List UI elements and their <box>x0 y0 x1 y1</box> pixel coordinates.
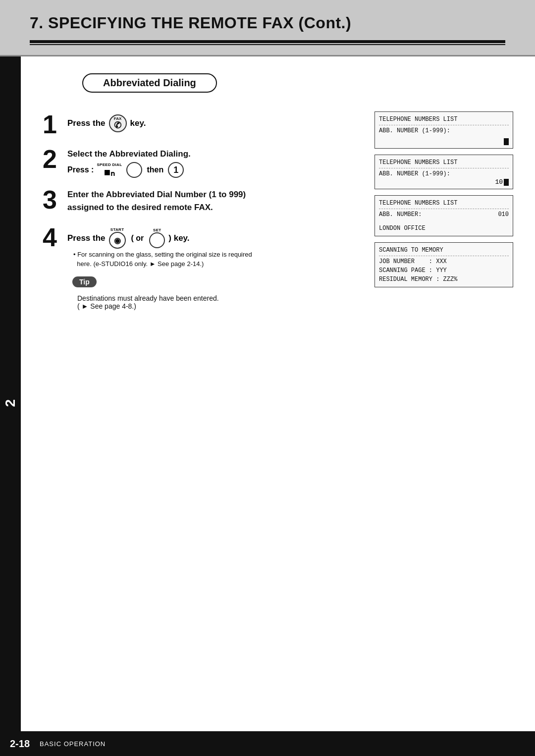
screen-4-row2: SCANNING PAGE : YYY <box>379 266 509 275</box>
screen-1-title: TELEPHONE NUMBERS LIST <box>379 115 509 124</box>
set-key-group: SET <box>148 228 166 248</box>
screen-1: TELEPHONE NUMBERS LIST ABB. NUMBER (1-99… <box>374 111 513 149</box>
step-4-number-col: 4 <box>43 224 67 250</box>
screen-2: TELEPHONE NUMBERS LIST ABB. NUMBER (1-99… <box>374 155 513 189</box>
step-2-press-row: Press : SPEED DIAL ■ₙ then 1 <box>67 162 360 178</box>
screen-2-cursor <box>504 179 509 186</box>
step-2-number: 2 <box>43 145 57 173</box>
set-label: SET <box>153 228 161 232</box>
step-3-content: Enter the Abbreviated Dial Number (1 to … <box>67 187 360 216</box>
step-4-key-text: ) key. <box>168 233 189 243</box>
or-text: ( or <box>131 234 144 243</box>
footer-label: BASIC OPERATION <box>40 740 106 748</box>
screen-4-row1: JOB NUMBER : XXX <box>379 257 509 266</box>
start-label: START <box>110 227 124 232</box>
screen-3-val: 010 <box>498 210 509 219</box>
step-1-press-text: Press the <box>67 118 106 128</box>
step-4-press-text: Press the <box>67 233 106 243</box>
start-icon: ◉ <box>109 232 126 249</box>
step-3-title: Enter the Abbreviated Dial Number (1 to … <box>67 190 360 200</box>
screen-1-cursor-area <box>379 138 509 145</box>
page-header: 7. SPECIFYING THE REMOTE FAX (Cont.) <box>0 0 535 56</box>
step-2-number-col: 2 <box>43 146 67 172</box>
step-4-content: Press the START ◉ ( or SET <box>67 224 360 268</box>
tip-badge: Tip <box>72 276 97 287</box>
abbrev-dialing-section: Abbreviated Dialing <box>43 68 513 103</box>
set-icon <box>149 232 165 248</box>
steps-left: 1 Press the FAX ✆ <box>43 111 365 310</box>
step-1-row: 1 Press the FAX ✆ <box>43 111 360 137</box>
screen-4-title: SCANNING TO MEMORY <box>379 246 509 255</box>
speed-dial-icon: SPEED DIAL ■ₙ <box>97 162 122 178</box>
tip-line-1: Destinations must already have been ente… <box>77 294 360 302</box>
steps-right: TELEPHONE NUMBERS LIST ABB. NUMBER (1-99… <box>374 111 513 310</box>
abbrev-dialing-box: Abbreviated Dialing <box>82 73 217 93</box>
step-2-then-label: then <box>147 165 163 174</box>
tip-section: Tip Destinations must already have been … <box>72 276 360 310</box>
screen-2-line1: ABB. NUMBER (1-999): <box>379 169 509 178</box>
step-2-row: 2 Select the Abbreviated Dialing. Press … <box>43 146 360 178</box>
step-4-bullet-1: • For scanning on the glass, setting the… <box>67 251 360 258</box>
page-title: 7. SPECIFYING THE REMOTE FAX (Cont.) <box>30 14 505 32</box>
main-content: Abbreviated Dialing 1 Press the <box>21 56 535 750</box>
step-4-row: 4 Press the START ◉ ( or <box>43 224 360 268</box>
step-2-press-label: Press : <box>67 165 94 174</box>
start-key-group: START ◉ <box>107 227 127 249</box>
step-1-content: Press the FAX ✆ key. <box>67 111 360 132</box>
step-2-title: Select the Abbreviated Dialing. <box>67 149 360 159</box>
screen-3-line3: LONDON OFFICE <box>379 224 509 233</box>
page-container: 7. SPECIFYING THE REMOTE FAX (Cont.) 2 A… <box>0 0 535 756</box>
screen-3-line1-row: ABB. NUMBER: 010 <box>379 210 509 219</box>
steps-area: 1 Press the FAX ✆ <box>43 111 513 310</box>
step-4-bullet-2: here. (e-STUDIO16 only. ► See page 2-14.… <box>67 260 360 268</box>
step-4-number: 4 <box>43 223 57 252</box>
page-footer: 2-18 BASIC OPERATION <box>0 731 535 756</box>
chapter-number: 2 <box>2 399 18 407</box>
tip-label: Tip <box>79 278 90 286</box>
tip-content: Destinations must already have been ente… <box>77 294 360 310</box>
screen-3-line1: ABB. NUMBER: <box>379 210 422 219</box>
step-1-text: Press the FAX ✆ key. <box>67 114 146 132</box>
number-1-icon: 1 <box>168 162 184 178</box>
step-4-press-row: Press the START ◉ ( or SET <box>67 227 190 249</box>
footer-page-number: 2-18 <box>10 738 30 750</box>
screen-2-title: TELEPHONE NUMBERS LIST <box>379 158 509 167</box>
chapter-sidebar: 2 <box>0 56 21 750</box>
screen-1-line1: ABB. NUMBER (1-999): <box>379 126 509 135</box>
abbrev-dialing-title: Abbreviated Dialing <box>103 77 196 88</box>
screen-4: SCANNING TO MEMORY JOB NUMBER : XXX SCAN… <box>374 242 513 287</box>
circle-button-icon <box>126 162 142 178</box>
step-3-number: 3 <box>43 185 57 214</box>
step-1-number: 1 <box>43 110 57 139</box>
speed-dial-symbol: ■ₙ <box>104 167 115 178</box>
step-1-key-text: key. <box>130 118 146 128</box>
fax-key-icon: FAX ✆ <box>109 114 127 132</box>
screen-3-title: TELEPHONE NUMBERS LIST <box>379 199 509 208</box>
tip-line-2: ( ► See page 4-8.) <box>77 302 360 310</box>
screen-3: TELEPHONE NUMBERS LIST ABB. NUMBER: 010 … <box>374 195 513 236</box>
step-3-number-col: 3 <box>43 187 67 213</box>
step-2-content: Select the Abbreviated Dialing. Press : … <box>67 146 360 178</box>
screen-4-row3: RESIDUAL MEMORY : ZZZ% <box>379 275 509 284</box>
screen-2-num: 10 <box>379 178 509 186</box>
step-3-row: 3 Enter the Abbreviated Dial Number (1 t… <box>43 187 360 216</box>
step-1-number-col: 1 <box>43 111 67 137</box>
step-3-subtitle: assigned to the desired remote FAX. <box>67 203 360 213</box>
screen-1-cursor <box>504 138 509 145</box>
